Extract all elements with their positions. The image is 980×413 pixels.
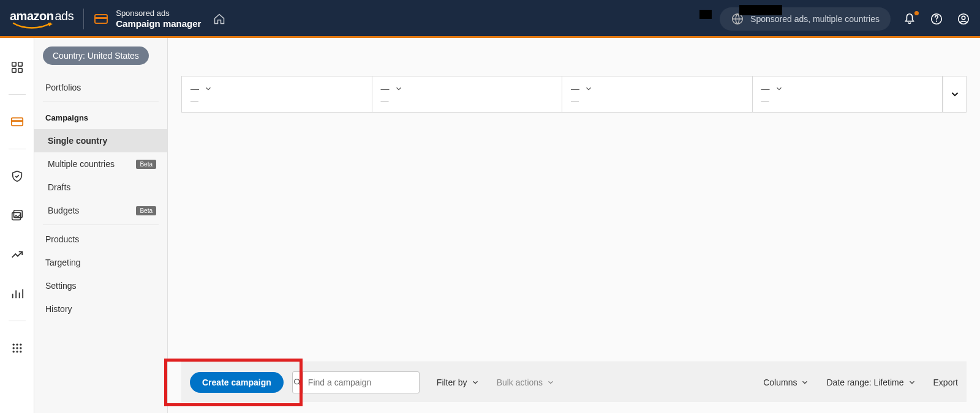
metric-card-2[interactable]: — — (372, 76, 563, 112)
campaign-search[interactable] (292, 371, 420, 393)
svg-rect-1 (95, 17, 107, 19)
header-divider (83, 9, 84, 29)
rail-divider (9, 321, 26, 321)
image-stack-icon (10, 209, 24, 222)
rail-apps[interactable] (5, 336, 29, 360)
svg-rect-10 (18, 69, 21, 72)
metric-card-1[interactable]: — — (182, 76, 372, 112)
create-campaign-button[interactable]: Create campaign (190, 372, 284, 393)
chevron-down-icon (949, 89, 960, 100)
metric-card-3[interactable]: — — (562, 76, 753, 112)
account-pill-label: Sponsored ads, multiple countries (750, 14, 880, 24)
sidebar: Country: United States Portfolios Campai… (34, 38, 168, 413)
metric-value: — (761, 84, 770, 94)
svg-rect-7 (12, 62, 15, 66)
search-icon-wrap (293, 372, 303, 393)
bulk-actions-dropdown[interactable]: Bulk actions (497, 378, 555, 387)
sidebar-item-multiple-countries[interactable]: Multiple countries Beta (34, 152, 167, 176)
bar-chart-icon (10, 287, 24, 300)
beta-badge: Beta (136, 206, 156, 215)
columns-dropdown[interactable]: Columns (763, 378, 809, 387)
breadcrumb[interactable]: Sponsored ads Campaign manager (94, 9, 225, 29)
left-rail (0, 38, 34, 413)
rail-divider (9, 149, 26, 149)
wallet-icon (10, 115, 24, 128)
chevron-down-icon (908, 378, 916, 387)
metric-card-4[interactable]: — — (753, 76, 943, 112)
metric-sub: — (190, 96, 363, 105)
rail-brandsafety[interactable] (5, 164, 29, 188)
header-icon-group (903, 12, 970, 26)
sidebar-item-products[interactable]: Products (34, 228, 167, 251)
filter-by-dropdown[interactable]: Filter by (437, 378, 480, 387)
filter-by-label: Filter by (437, 378, 467, 387)
chevron-down-icon (546, 378, 555, 387)
rail-dashboard[interactable] (5, 55, 29, 80)
svg-point-22 (16, 351, 18, 352)
svg-rect-12 (11, 120, 22, 122)
rail-divider (9, 94, 26, 95)
svg-point-18 (12, 347, 14, 349)
export-button[interactable]: Export (933, 378, 958, 387)
amazon-ads-logo[interactable]: amazonads (10, 9, 74, 29)
sidebar-divider (43, 102, 159, 102)
home-icon[interactable] (213, 13, 225, 25)
notification-dot (914, 11, 919, 15)
bulk-actions-label: Bulk actions (497, 378, 543, 387)
svg-point-6 (962, 16, 965, 20)
notifications-button[interactable] (903, 12, 916, 26)
apps-grid-icon (11, 342, 23, 354)
main-content: — — — — — — — — (168, 38, 980, 413)
rail-creative[interactable] (5, 203, 29, 228)
rail-insights[interactable] (5, 242, 29, 267)
shield-icon (10, 169, 24, 183)
metric-sub: — (381, 96, 554, 105)
svg-point-4 (936, 21, 937, 22)
breadcrumb-line2: Campaign manager (116, 18, 201, 29)
top-header: amazonads Sponsored ads Campaign manager (0, 0, 980, 38)
svg-point-24 (294, 379, 299, 384)
sidebar-item-portfolios[interactable]: Portfolios (34, 76, 167, 99)
sidebar-section-campaigns: Campaigns (34, 105, 167, 129)
country-pill[interactable]: Country: United States (43, 47, 149, 65)
logo-text-ads: ads (55, 9, 74, 23)
breadcrumb-text: Sponsored ads Campaign manager (116, 9, 201, 29)
metric-value: — (571, 84, 579, 94)
sidebar-item-targeting[interactable]: Targeting (34, 251, 167, 274)
chevron-down-icon (394, 84, 403, 93)
sidebar-item-single-country[interactable]: Single country (34, 129, 167, 152)
sidebar-item-budgets[interactable]: Budgets Beta (34, 199, 167, 222)
metric-sub: — (761, 96, 934, 105)
sidebar-item-settings[interactable]: Settings (34, 274, 167, 297)
metric-cards-row: — — — — — — — — (181, 76, 967, 113)
account-button[interactable] (957, 12, 970, 26)
chevron-down-icon (775, 84, 783, 93)
svg-rect-8 (18, 62, 21, 66)
help-button[interactable] (930, 12, 943, 26)
sidebar-divider (43, 225, 159, 225)
rail-campaigns[interactable] (5, 110, 29, 134)
redacted-box (699, 10, 712, 19)
date-range-label: Date range: Lifetime (826, 378, 903, 387)
chevron-down-icon (471, 378, 480, 387)
search-input[interactable] (303, 378, 420, 387)
trend-icon (10, 248, 24, 261)
metric-value: — (190, 84, 199, 94)
sidebar-item-label: Multiple countries (48, 159, 115, 169)
metrics-expand-button[interactable] (943, 76, 966, 112)
date-range-dropdown[interactable]: Date range: Lifetime (826, 378, 916, 387)
sidebar-item-history[interactable]: History (34, 297, 167, 321)
dashboard-icon (10, 61, 24, 74)
chevron-down-icon (584, 84, 593, 93)
redacted-box (739, 5, 782, 15)
svg-point-16 (16, 344, 18, 346)
logo-text-amazon: amazon (10, 9, 53, 23)
sidebar-item-drafts[interactable]: Drafts (34, 176, 167, 199)
account-switcher[interactable]: Sponsored ads, multiple countries (720, 7, 891, 31)
chevron-down-icon (204, 84, 213, 93)
wallet-icon (94, 12, 108, 26)
metric-value: — (381, 84, 390, 94)
svg-point-23 (20, 351, 21, 352)
breadcrumb-line1: Sponsored ads (116, 9, 201, 18)
rail-reports[interactable] (5, 281, 29, 306)
